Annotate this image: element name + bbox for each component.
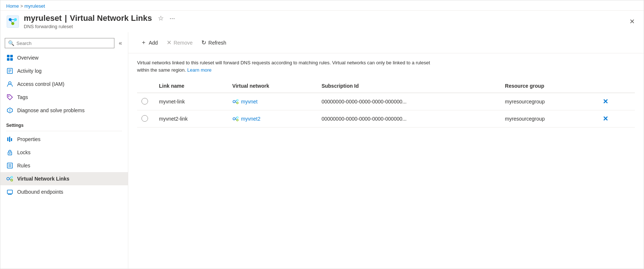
row2-delete: ✕ bbox=[595, 110, 635, 128]
table-header-row: Link name Virtual network Subscription I… bbox=[137, 79, 635, 93]
app-container: Home > myruleset myruleset | Virtual Net… bbox=[0, 0, 644, 269]
remove-button[interactable]: ✕ Remove bbox=[163, 37, 196, 48]
svg-point-23 bbox=[10, 153, 11, 154]
title-text: myruleset | Virtual Network Links ☆ ··· … bbox=[24, 14, 177, 29]
remove-label: Remove bbox=[174, 40, 193, 46]
remove-icon: ✕ bbox=[167, 39, 171, 46]
vnet-links-icon bbox=[6, 175, 14, 182]
svg-point-43 bbox=[236, 117, 238, 118]
row2-subscription: 00000000-0000-0000-0000-000000... bbox=[317, 110, 501, 128]
settings-section-header: Settings bbox=[0, 117, 128, 129]
sidebar-item-rules[interactable]: Rules bbox=[0, 159, 128, 172]
row1-delete: ✕ bbox=[595, 93, 635, 110]
sidebar-item-diagnose[interactable]: Diagnose and solve problems bbox=[0, 104, 128, 117]
sidebar-item-diagnose-label: Diagnose and solve problems bbox=[17, 107, 84, 113]
svg-rect-0 bbox=[7, 15, 19, 27]
sidebar-item-vnet-links-label: Virtual Network Links bbox=[17, 176, 69, 182]
favorite-button[interactable]: ☆ bbox=[156, 14, 165, 23]
row2-vnet-name: myvnet2 bbox=[241, 116, 261, 122]
svg-point-38 bbox=[236, 99, 238, 101]
collapse-button[interactable]: « bbox=[117, 38, 124, 48]
refresh-button[interactable]: ↻ Refresh bbox=[198, 37, 230, 48]
svg-point-2 bbox=[14, 18, 17, 21]
col-virtual-network: Virtual network bbox=[228, 79, 317, 93]
svg-line-40 bbox=[235, 101, 236, 101]
content-area: ＋ Add ✕ Remove ↻ Refresh Virtual network… bbox=[128, 32, 644, 269]
col-select bbox=[137, 79, 155, 93]
title-separator: | bbox=[65, 14, 67, 23]
sidebar-item-locks[interactable]: Locks bbox=[0, 146, 128, 159]
resource-name: myruleset bbox=[24, 14, 62, 23]
svg-point-16 bbox=[8, 96, 10, 97]
sidebar-item-tags[interactable]: Tags bbox=[0, 91, 128, 104]
add-label: Add bbox=[149, 40, 158, 46]
svg-rect-9 bbox=[7, 58, 10, 61]
main-layout: 🔍 « Overview Activity log bbox=[0, 32, 644, 269]
sidebar-item-activity-log[interactable]: Activity log bbox=[0, 64, 128, 77]
sidebar-item-rules-label: Rules bbox=[17, 163, 30, 168]
row1-resource-group: myresourcegroup bbox=[501, 93, 596, 110]
svg-point-42 bbox=[233, 118, 235, 120]
learn-more-link[interactable]: Learn more bbox=[187, 67, 211, 73]
svg-point-37 bbox=[233, 101, 235, 103]
sidebar-item-vnet-links[interactable]: Virtual Network Links bbox=[0, 172, 128, 185]
sidebar-item-locks-label: Locks bbox=[17, 149, 31, 155]
row2-radio[interactable] bbox=[141, 115, 148, 122]
sidebar-item-properties[interactable]: Properties bbox=[0, 133, 128, 146]
breadcrumb-current[interactable]: myruleset bbox=[24, 3, 45, 9]
col-actions bbox=[595, 79, 635, 93]
svg-rect-8 bbox=[10, 55, 13, 57]
info-description: Virtual networks linked to this ruleset … bbox=[137, 60, 430, 73]
activity-log-icon bbox=[6, 67, 14, 75]
col-resource-group: Resource group bbox=[501, 79, 596, 93]
sidebar-search-container: 🔍 bbox=[5, 38, 114, 48]
refresh-icon: ↻ bbox=[201, 39, 206, 46]
svg-line-41 bbox=[235, 102, 236, 103]
table-row: myvnet-link bbox=[137, 93, 635, 110]
search-input[interactable] bbox=[16, 41, 111, 46]
row2-delete-button[interactable]: ✕ bbox=[600, 114, 611, 124]
vnet-links-table: Link name Virtual network Subscription I… bbox=[137, 79, 635, 128]
settings-divider bbox=[6, 131, 122, 131]
row2-resource-group: myresourcegroup bbox=[501, 110, 596, 128]
row1-vnet-link[interactable]: myvnet bbox=[232, 98, 313, 105]
col-subscription-id: Subscription Id bbox=[317, 79, 501, 93]
svg-rect-20 bbox=[9, 137, 10, 142]
breadcrumb-home[interactable]: Home bbox=[6, 3, 19, 9]
row1-select bbox=[137, 93, 155, 110]
svg-point-29 bbox=[11, 177, 13, 178]
svg-line-31 bbox=[10, 178, 11, 178]
resource-icon bbox=[6, 15, 19, 28]
row1-vnet: myvnet bbox=[228, 93, 317, 110]
sidebar-item-outbound-label: Outbound endpoints bbox=[17, 189, 63, 195]
sidebar-item-overview[interactable]: Overview bbox=[0, 51, 128, 64]
row2-vnet: myvnet2 bbox=[228, 110, 317, 128]
row1-radio[interactable] bbox=[141, 98, 148, 105]
rules-icon bbox=[6, 162, 14, 169]
row1-vnet-icon bbox=[232, 98, 239, 105]
sidebar-item-tags-label: Tags bbox=[17, 94, 28, 100]
sidebar-item-outbound[interactable]: Outbound endpoints bbox=[0, 185, 128, 198]
more-options-button[interactable]: ··· bbox=[168, 14, 177, 23]
tags-icon bbox=[6, 94, 14, 101]
search-icon: 🔍 bbox=[8, 40, 14, 46]
locks-icon bbox=[6, 149, 14, 156]
info-text: Virtual networks linked to this ruleset … bbox=[128, 53, 443, 79]
page-title: Virtual Network Links bbox=[70, 14, 152, 23]
subtitle: DNS forwarding ruleset bbox=[24, 24, 177, 29]
row1-delete-button[interactable]: ✕ bbox=[600, 97, 611, 106]
row2-vnet-link[interactable]: myvnet2 bbox=[232, 115, 313, 122]
content-toolbar: ＋ Add ✕ Remove ↻ Refresh bbox=[128, 32, 644, 53]
sidebar-item-access-control[interactable]: Access control (IAM) bbox=[0, 77, 128, 91]
row1-subscription: 00000000-0000-0000-0000-000000... bbox=[317, 93, 501, 110]
sidebar-search-row: 🔍 « bbox=[0, 35, 128, 51]
svg-point-39 bbox=[236, 102, 238, 104]
sidebar-item-properties-label: Properties bbox=[17, 136, 41, 142]
close-button[interactable]: ✕ bbox=[626, 16, 638, 27]
add-button[interactable]: ＋ Add bbox=[137, 37, 162, 49]
sidebar-item-overview-label: Overview bbox=[17, 55, 38, 61]
svg-point-30 bbox=[11, 179, 13, 181]
row1-vnet-name: myvnet bbox=[241, 99, 258, 105]
table-row: myvnet2-link bbox=[137, 110, 635, 128]
add-icon: ＋ bbox=[141, 39, 147, 46]
